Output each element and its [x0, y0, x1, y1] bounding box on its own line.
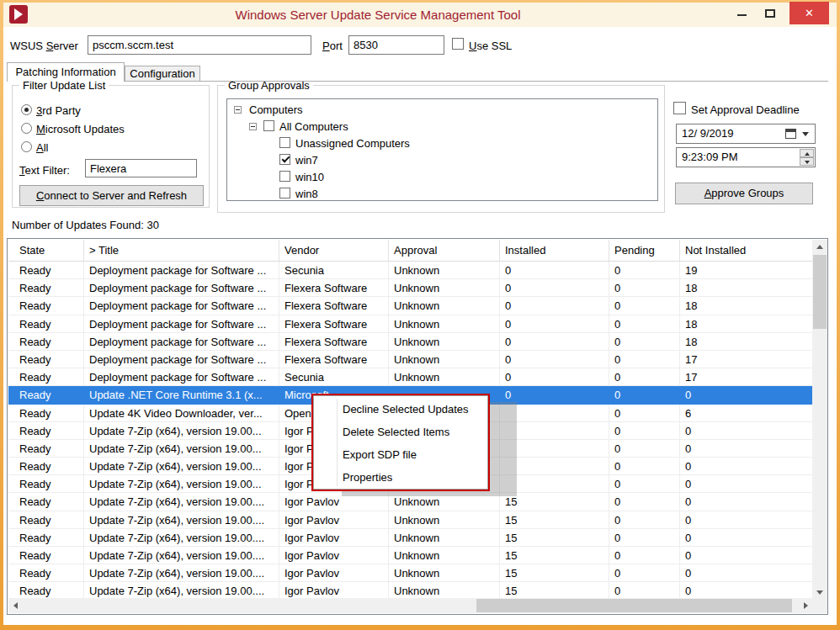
table-row[interactable]: ReadyUpdate 7-Zip (x64), version 19.00..…: [8, 582, 813, 600]
column-header-title[interactable]: > Title: [84, 240, 279, 261]
horizontal-scroll-thumb[interactable]: [476, 599, 792, 612]
table-row[interactable]: ReadyDeployment package for Software ...…: [8, 315, 813, 333]
cell-installed: 0: [500, 279, 609, 297]
scroll-left-button[interactable]: [8, 598, 23, 613]
tree-expander-icon[interactable]: [234, 106, 242, 114]
radio-all[interactable]: [21, 141, 32, 152]
spin-up-button[interactable]: [800, 149, 814, 157]
maximize-button[interactable]: [758, 3, 783, 25]
menu-item-properties[interactable]: Properties: [314, 466, 487, 489]
scroll-up-icon: [816, 245, 823, 249]
cell-vendor: Secunia: [279, 262, 389, 279]
cell-pending: 0: [609, 315, 680, 333]
cell-pending: 0: [609, 458, 680, 475]
table-row[interactable]: ReadyDeployment package for Software ...…: [8, 351, 813, 368]
text-filter-label: Text Filter:: [19, 164, 70, 177]
cell-installed: 0: [500, 386, 609, 404]
table-row[interactable]: ReadyUpdate 7-Zip (x64), version 19.00..…: [8, 529, 813, 547]
table-row[interactable]: ReadyUpdate 7-Zip (x64), version 19.00..…: [8, 493, 813, 511]
table-row[interactable]: ReadyDeployment package for Software ...…: [8, 262, 813, 279]
radio-microsoft-updates[interactable]: [21, 123, 32, 134]
vertical-scroll-thumb[interactable]: [813, 255, 827, 329]
radio-3rd-party[interactable]: [21, 104, 32, 115]
tab-configuration[interactable]: Configuration: [125, 66, 200, 81]
deadline-time-picker[interactable]: 9:23:09 PM: [676, 147, 816, 167]
vertical-scrollbar[interactable]: [812, 240, 827, 600]
maximize-icon: [765, 9, 775, 18]
connect-refresh-button[interactable]: Connect to Server and Refresh: [19, 185, 204, 206]
set-approval-deadline-label: Set Approval Deadline: [691, 103, 800, 116]
menu-item-export-sdp-file[interactable]: Export SDP file: [314, 443, 487, 466]
table-row[interactable]: ReadyDeployment package for Software ...…: [8, 297, 813, 315]
filter-update-list-group: Filter Update List 3rd Party Microsoft U…: [12, 85, 210, 208]
tree-item-unassigned-computers[interactable]: Unassigned Computers: [295, 137, 410, 150]
close-button[interactable]: ✕: [789, 2, 829, 24]
cell-not-installed: 18: [680, 333, 813, 351]
checkbox-unassigned-computers[interactable]: [279, 137, 290, 148]
menu-item-decline-selected-updates[interactable]: Decline Selected Updates: [314, 398, 487, 421]
minimize-button[interactable]: [729, 3, 754, 25]
cell-installed: 15: [500, 582, 609, 600]
tree-item-all-computers[interactable]: All Computers: [279, 120, 348, 133]
radio-3rd-party-label: 3rd Party: [36, 104, 81, 117]
checkbox-win10[interactable]: [279, 171, 290, 182]
cell-state: Ready: [8, 405, 84, 422]
deadline-date-picker[interactable]: 12/ 9/2019: [676, 124, 816, 144]
table-row[interactable]: ReadyUpdate 7-Zip (x64), version 19.00..…: [8, 547, 813, 564]
checkbox-win7[interactable]: [279, 154, 290, 165]
checkbox-win8[interactable]: [279, 188, 290, 199]
radio-microsoft-updates-label: Microsoft Updates: [36, 123, 125, 135]
cell-state: Ready: [8, 368, 84, 386]
menu-item-delete-selected-items[interactable]: Delete Selected Items: [314, 421, 487, 443]
checkbox-all-computers[interactable]: [263, 120, 274, 131]
cell-state: Ready: [8, 564, 84, 582]
column-header-vendor[interactable]: Vendor: [279, 240, 389, 261]
tree-item-win8[interactable]: win8: [295, 188, 318, 200]
set-approval-deadline-checkbox[interactable]: [673, 102, 686, 114]
table-row[interactable]: ReadyUpdate 7-Zip (x64), version 19.00..…: [8, 564, 813, 582]
port-input[interactable]: [348, 35, 444, 55]
tree-item-win10[interactable]: win10: [295, 171, 324, 183]
column-header-pending[interactable]: Pending: [609, 240, 680, 261]
wsus-server-input[interactable]: [88, 35, 311, 55]
cell-not-installed: 17: [680, 368, 813, 386]
tab-patching-information[interactable]: Patching Information: [7, 62, 125, 82]
cell-state: Ready: [8, 582, 84, 600]
cell-pending: 0: [609, 475, 680, 493]
cell-state: Ready: [8, 422, 84, 440]
cell-approval: Unknown: [389, 547, 500, 564]
scroll-up-button[interactable]: [812, 240, 827, 254]
port-label: Port: [322, 40, 343, 52]
column-header-state[interactable]: State: [8, 240, 84, 261]
approve-groups-button[interactable]: Approve Groups: [675, 183, 813, 204]
column-header-approval[interactable]: Approval: [389, 240, 500, 261]
use-ssl-checkbox[interactable]: [452, 38, 464, 50]
column-header-installed[interactable]: Installed: [500, 240, 609, 261]
scroll-right-button[interactable]: [799, 598, 813, 613]
cell-title: Update 7-Zip (x64), version 19.00....: [84, 529, 279, 547]
close-icon: ✕: [805, 7, 814, 19]
window-title: Windows Server Update Service Management…: [54, 8, 702, 22]
cell-vendor: Flexera Software: [279, 351, 389, 368]
cell-installed: [500, 458, 609, 475]
table-row[interactable]: ReadyDeployment package for Software ...…: [8, 368, 813, 386]
tree-expander-icon[interactable]: [249, 123, 257, 130]
cell-title: Deployment package for Software ...: [84, 368, 279, 386]
cell-state: Ready: [8, 297, 84, 315]
cell-approval: Unknown: [389, 493, 500, 511]
column-header-not-installed[interactable]: Not Installed: [680, 240, 813, 261]
table-row[interactable]: ReadyUpdate 7-Zip (x64), version 19.00..…: [8, 511, 813, 529]
tree-item-computers[interactable]: Computers: [249, 103, 303, 116]
cell-title: Deployment package for Software ...: [84, 315, 279, 333]
spin-down-button[interactable]: [800, 157, 814, 166]
dropdown-caret-icon[interactable]: [802, 132, 809, 136]
table-row[interactable]: ReadyDeployment package for Software ...…: [8, 279, 813, 297]
cell-state: Ready: [8, 315, 84, 333]
tree-item-win7[interactable]: win7: [295, 154, 318, 167]
text-filter-input[interactable]: [85, 159, 197, 177]
cell-state: Ready: [8, 440, 84, 458]
horizontal-scrollbar[interactable]: [8, 598, 813, 613]
cell-installed: [500, 440, 609, 458]
cell-state: Ready: [8, 475, 84, 493]
table-row[interactable]: ReadyDeployment package for Software ...…: [8, 333, 813, 351]
